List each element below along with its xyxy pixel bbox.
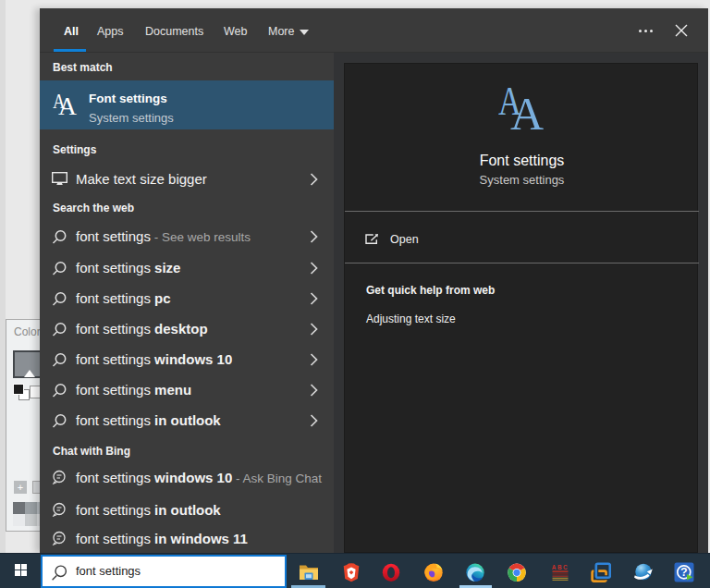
- svg-text:ABC: ABC: [551, 563, 568, 570]
- svg-text:?: ?: [680, 566, 688, 579]
